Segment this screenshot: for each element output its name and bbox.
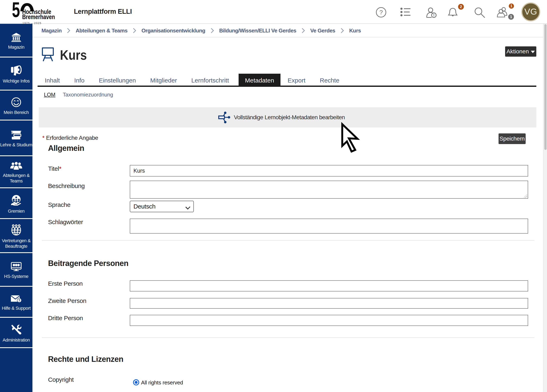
svg-text:!: ! [433, 13, 434, 17]
svg-text:?: ? [379, 9, 383, 16]
svg-text:?: ? [18, 299, 20, 303]
